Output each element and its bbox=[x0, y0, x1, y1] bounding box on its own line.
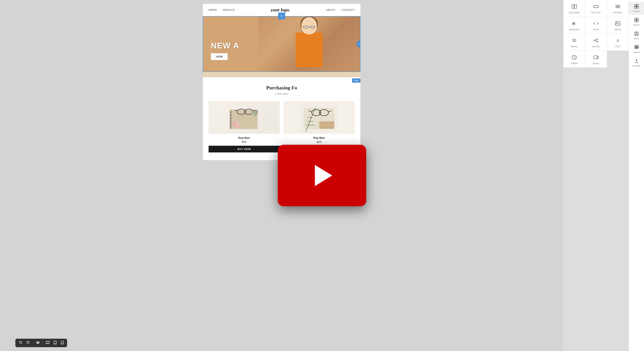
sidebar-item-menu[interactable]: MENU bbox=[564, 34, 585, 50]
desktop-button[interactable] bbox=[44, 340, 51, 346]
sidebar-content: COLUMNS BUTTON bbox=[564, 0, 628, 351]
person-body bbox=[296, 32, 322, 67]
product-image-1 bbox=[208, 101, 280, 134]
nav-link-news[interactable]: NEWS bbox=[208, 8, 217, 11]
svg-point-7 bbox=[230, 126, 232, 128]
svg-point-68 bbox=[597, 41, 598, 42]
svg-point-97 bbox=[62, 344, 62, 344]
nav-link-about[interactable]: ABOUT bbox=[326, 8, 336, 11]
button-svg bbox=[593, 4, 599, 9]
sidebar-item-social[interactable]: SOCIAL bbox=[585, 34, 607, 50]
timer-icon bbox=[572, 54, 577, 61]
blocks-icon-svg bbox=[634, 18, 638, 22]
products-title: Purchasing Fo bbox=[208, 85, 355, 91]
redo-button[interactable] bbox=[25, 340, 31, 346]
product-buy-button-1[interactable]: Buy Now bbox=[208, 146, 280, 152]
product-image-2 bbox=[284, 101, 355, 134]
body-icon-svg bbox=[634, 32, 638, 36]
preview-button[interactable] bbox=[34, 340, 41, 346]
panel-item-blocks[interactable]: Blocks bbox=[629, 16, 644, 28]
product-card-1: Ray-Ban $20 Buy Now bbox=[208, 101, 280, 152]
person-silhouette bbox=[290, 17, 328, 71]
panel-item-uploads[interactable]: Uploads bbox=[629, 56, 644, 69]
content-icon-svg bbox=[634, 4, 638, 8]
sidebar-item-divider[interactable]: DIVIDER bbox=[607, 0, 628, 17]
svg-point-19 bbox=[232, 122, 236, 125]
nav-link-service[interactable]: SERVICE bbox=[222, 8, 235, 11]
product-card-2: Ray-Ban $25 Buy Now bbox=[284, 101, 355, 152]
hero-view-button[interactable]: VIEW bbox=[211, 53, 228, 60]
svg-rect-79 bbox=[637, 6, 638, 8]
desktop-icon bbox=[46, 341, 50, 344]
far-right-panel: Content Blocks Body bbox=[628, 0, 644, 351]
columns-icon bbox=[572, 4, 577, 10]
svg-rect-53 bbox=[572, 4, 574, 8]
sidebar-item-image[interactable]: IMAGE bbox=[607, 17, 628, 34]
social-label: SOCIAL bbox=[592, 45, 600, 48]
social-icon bbox=[593, 38, 599, 44]
panel-item-images[interactable]: Images bbox=[629, 43, 644, 56]
row-label[interactable]: Row bbox=[352, 78, 360, 83]
svg-line-69 bbox=[595, 40, 597, 40]
product-price-1: $20 bbox=[208, 140, 280, 144]
svg-rect-43 bbox=[319, 121, 334, 129]
hero-person-image bbox=[258, 16, 360, 72]
svg-rect-91 bbox=[46, 341, 49, 344]
sidebar-item-timer[interactable]: TIMER bbox=[564, 51, 585, 68]
product-name-2: Ray-Ban bbox=[284, 136, 355, 139]
canvas-area: NEWS SERVICE your logo. ABOUT CONTACT + bbox=[0, 0, 563, 351]
svg-point-2 bbox=[230, 112, 232, 114]
video-svg bbox=[593, 54, 599, 60]
svg-rect-76 bbox=[634, 4, 636, 6]
button-icon bbox=[593, 4, 599, 10]
uploads-panel-label: Uploads bbox=[632, 65, 640, 67]
text-svg: A bbox=[615, 38, 620, 43]
hero-section: NEW A VIEW ✛ bbox=[203, 16, 360, 72]
body-panel-label: Body bbox=[634, 38, 639, 40]
tablet-button[interactable] bbox=[52, 340, 58, 346]
redo-icon bbox=[26, 341, 30, 344]
hero-text-overlay: NEW A VIEW bbox=[203, 41, 243, 60]
content-panel-icon bbox=[634, 4, 638, 10]
svg-line-70 bbox=[595, 41, 597, 41]
mobile-button[interactable] bbox=[60, 340, 65, 346]
panel-item-body[interactable]: Body bbox=[629, 29, 644, 42]
images-icon-svg bbox=[634, 45, 638, 50]
sidebar-item-text[interactable]: A TEXT bbox=[607, 34, 628, 50]
content-panel-label: Content bbox=[633, 10, 640, 12]
sidebar-item-html[interactable]: HTML bbox=[585, 17, 607, 34]
heading-icon: H bbox=[572, 21, 577, 27]
panel-item-content[interactable]: Content bbox=[629, 2, 644, 14]
products-section: Purchasing Fo Lorem ipsu bbox=[203, 77, 360, 160]
undo-button[interactable] bbox=[17, 340, 24, 346]
product-buy-button-2[interactable]: Buy Now bbox=[284, 146, 355, 152]
svg-rect-75 bbox=[594, 56, 597, 59]
add-row-button[interactable]: + bbox=[278, 12, 285, 20]
columns-svg bbox=[572, 4, 577, 9]
nav-link-contact[interactable]: CONTACT bbox=[342, 8, 355, 11]
undo-icon bbox=[19, 341, 22, 344]
toolbar-divider-1 bbox=[33, 341, 33, 345]
images-panel-icon bbox=[634, 45, 638, 50]
sidebar-item-columns[interactable]: COLUMNS bbox=[564, 0, 585, 17]
divider-svg bbox=[615, 4, 620, 9]
menu-svg bbox=[572, 38, 577, 43]
bottom-toolbar bbox=[16, 339, 67, 347]
timer-svg bbox=[572, 54, 577, 60]
sidebar-item-button[interactable]: BUTTON bbox=[585, 0, 607, 17]
columns-label: COLUMNS bbox=[569, 12, 580, 14]
preview-icon bbox=[36, 341, 40, 344]
product-price-2: $25 bbox=[284, 140, 355, 144]
sidebar-item-video[interactable]: VIDEO bbox=[585, 51, 607, 68]
svg-point-95 bbox=[55, 344, 55, 344]
person-head bbox=[302, 17, 317, 34]
svg-rect-82 bbox=[634, 20, 636, 22]
svg-point-66 bbox=[594, 40, 595, 41]
html-icon bbox=[593, 21, 599, 27]
svg-rect-77 bbox=[637, 4, 638, 6]
image-label: IMAGE bbox=[614, 28, 622, 31]
video-label: VIDEO bbox=[592, 62, 600, 64]
nav-links-right: ABOUT CONTACT bbox=[326, 8, 355, 11]
svg-point-90 bbox=[38, 342, 38, 343]
sidebar-item-heading[interactable]: H HEADING bbox=[564, 17, 585, 34]
